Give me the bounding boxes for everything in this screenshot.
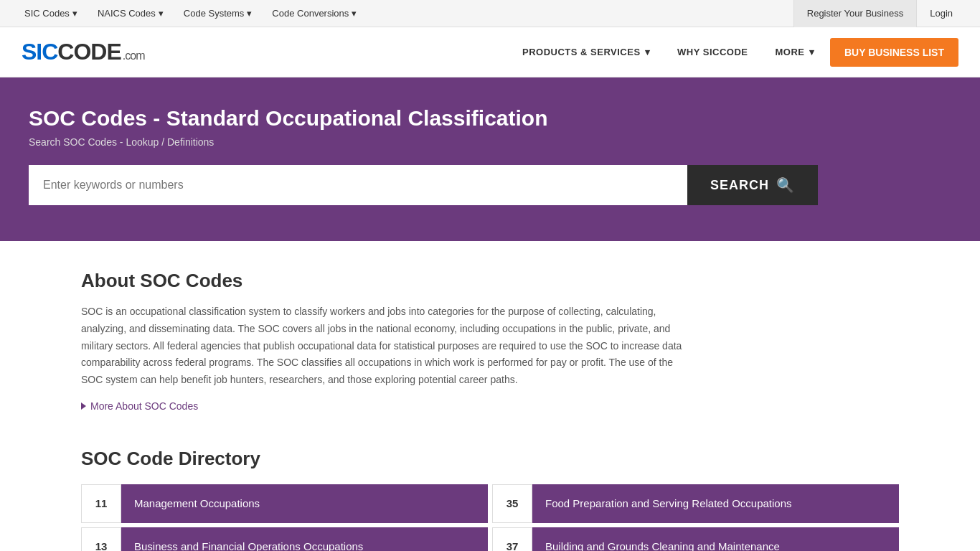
register-button[interactable]: Register Your Business <box>793 0 916 27</box>
dropdown-arrow-icon: ▾ <box>247 8 252 19</box>
hero-subtitle: Search SOC Codes - Lookup / Definitions <box>29 136 951 148</box>
triangle-icon <box>81 402 86 410</box>
dir-item-11: 11 Management Occupations <box>81 484 488 523</box>
top-bar: SIC Codes ▾ NAICS Codes ▾ Code Systems ▾… <box>0 0 980 27</box>
dir-code-35: 35 <box>492 484 532 523</box>
products-services-button[interactable]: PRODUCTS & SERVICES ▾ <box>511 41 661 63</box>
main-content: About SOC Codes SOC is an occupational c… <box>60 241 920 551</box>
directory-grid: 11 Management Occupations 13 Business an… <box>81 484 899 551</box>
more-button[interactable]: MORE ▾ <box>764 41 826 63</box>
search-button[interactable]: SEARCH 🔍 <box>687 165 818 205</box>
dir-label-13[interactable]: Business and Financial Operations Occupa… <box>121 527 488 551</box>
directory-title: SOC Code Directory <box>81 448 899 470</box>
dir-item-35: 35 Food Preparation and Serving Related … <box>492 484 899 523</box>
topnav-sic-codes[interactable]: SIC Codes ▾ <box>14 0 88 27</box>
top-bar-nav: SIC Codes ▾ NAICS Codes ▾ Code Systems ▾… <box>14 0 367 27</box>
nav-right: PRODUCTS & SERVICES ▾ WHY SICCODE MORE ▾… <box>511 38 958 67</box>
search-icon: 🔍 <box>776 176 795 194</box>
dropdown-arrow-icon: ▾ <box>809 47 815 57</box>
logo-code: CODE <box>57 39 121 65</box>
dropdown-arrow-icon: ▾ <box>159 8 164 19</box>
hero-title: SOC Codes - Standard Occupational Classi… <box>29 106 951 131</box>
top-bar-actions: Register Your Business Login <box>793 0 966 27</box>
dropdown-arrow-icon: ▾ <box>72 8 77 19</box>
why-siccode-button[interactable]: WHY SICCODE <box>666 41 759 63</box>
hero-section: SOC Codes - Standard Occupational Classi… <box>0 77 980 241</box>
login-button[interactable]: Login <box>916 0 966 27</box>
logo[interactable]: SICCODE.com <box>22 39 144 65</box>
logo-sic: SIC <box>22 39 57 65</box>
buy-business-list-button[interactable]: BUY BUSINESS LIST <box>830 38 958 67</box>
dir-label-35[interactable]: Food Preparation and Serving Related Occ… <box>532 484 899 523</box>
main-nav: SICCODE.com PRODUCTS & SERVICES ▾ WHY SI… <box>0 27 980 77</box>
topnav-code-systems[interactable]: Code Systems ▾ <box>174 0 263 27</box>
about-body: SOC is an occupational classification sy… <box>81 303 691 389</box>
directory-column-left: 11 Management Occupations 13 Business an… <box>81 484 488 551</box>
topnav-naics-codes[interactable]: NAICS Codes ▾ <box>88 0 174 27</box>
search-bar: SEARCH 🔍 <box>29 165 818 205</box>
dir-item-13: 13 Business and Financial Operations Occ… <box>81 527 488 551</box>
about-title: About SOC Codes <box>81 270 899 292</box>
dropdown-arrow-icon: ▾ <box>352 8 357 19</box>
dir-code-11: 11 <box>81 484 121 523</box>
directory-column-right: 35 Food Preparation and Serving Related … <box>492 484 899 551</box>
dir-item-37: 37 Building and Grounds Cleaning and Mai… <box>492 527 899 551</box>
search-input[interactable] <box>29 165 687 205</box>
dir-code-13: 13 <box>81 527 121 551</box>
dir-label-11[interactable]: Management Occupations <box>121 484 488 523</box>
dropdown-arrow-icon: ▾ <box>645 47 651 57</box>
more-about-link[interactable]: More About SOC Codes <box>81 400 899 412</box>
dir-label-37[interactable]: Building and Grounds Cleaning and Mainte… <box>532 527 899 551</box>
logo-dotcom: .com <box>123 50 145 62</box>
topnav-code-conversions[interactable]: Code Conversions ▾ <box>262 0 367 27</box>
dir-code-37: 37 <box>492 527 532 551</box>
